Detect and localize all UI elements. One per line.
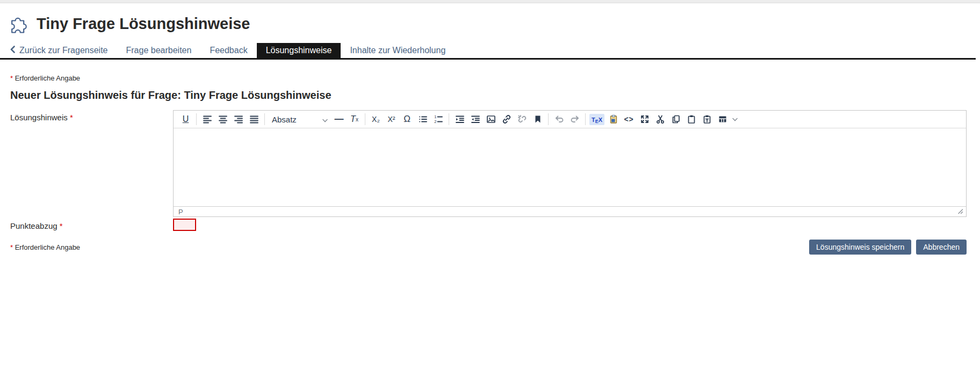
tab-inhalte-zur-wiederholung[interactable]: Inhalte zur Wiederholung	[341, 43, 455, 58]
tex-chip: TEX	[589, 114, 604, 125]
form-heading: Neuer Lösungshinweis für Frage: Tiny Fra…	[10, 89, 967, 102]
align-left-button[interactable]	[199, 112, 215, 126]
underline-glyph: U	[183, 114, 189, 124]
toolbar-separator	[196, 113, 197, 125]
cancel-button[interactable]: Abbrechen	[916, 240, 967, 255]
superscript-button[interactable]: X²	[384, 112, 399, 126]
special-character-button[interactable]: Ω	[399, 112, 415, 126]
toolbar-separator	[585, 113, 586, 125]
page-header: Tiny Frage Lösungshinweise	[0, 3, 980, 41]
superscript-glyph: X²	[388, 115, 395, 124]
align-justify-button[interactable]	[246, 112, 262, 126]
tab-label: Inhalte zur Wiederholung	[350, 46, 445, 55]
copy-button[interactable]	[668, 112, 683, 126]
horizontal-rule-button[interactable]: —	[331, 112, 347, 126]
svg-text:2: 2	[434, 119, 436, 124]
element-path[interactable]: P	[178, 208, 183, 216]
insert-image-button[interactable]	[483, 112, 499, 126]
puzzle-icon	[7, 12, 31, 35]
code-glyph: <>	[624, 115, 633, 124]
paste-button[interactable]	[683, 112, 699, 126]
align-center-button[interactable]	[215, 112, 230, 126]
resize-handle-icon[interactable]	[957, 207, 963, 216]
clear-formatting-button[interactable]: Tx	[347, 112, 362, 126]
subscript-button[interactable]: X₂	[368, 112, 384, 126]
points-label-text: Punkteabzug	[10, 221, 57, 230]
outdent-button[interactable]	[467, 112, 483, 126]
clear-x-glyph: x	[356, 117, 358, 122]
action-buttons: Lösungshinweis speichern Abbrechen	[809, 240, 967, 255]
tex-button[interactable]: TEX	[588, 112, 606, 126]
required-asterisk: *	[10, 243, 13, 251]
back-to-question-page-link[interactable]: Zurück zur Fragenseite	[10, 43, 117, 58]
tab-feedback[interactable]: Feedback	[200, 43, 256, 58]
paste-as-text-button[interactable]	[699, 112, 715, 126]
required-asterisk: *	[10, 74, 13, 82]
undo-button[interactable]	[551, 112, 567, 126]
table-button[interactable]	[715, 112, 730, 126]
hint-field-row: Lösungshinweis * U	[10, 110, 967, 217]
hint-field-label: Lösungshinweis *	[10, 110, 173, 122]
editor-toolbar: U Absatz	[174, 111, 966, 128]
numbered-list-button[interactable]: 1 2	[430, 112, 446, 126]
points-field-row: Punkteabzug *	[10, 219, 967, 231]
points-field-label: Punkteabzug *	[10, 219, 173, 230]
save-hint-button[interactable]: Lösungshinweis speichern	[809, 240, 911, 255]
remove-link-button[interactable]	[514, 112, 530, 126]
paragraph-format-select[interactable]: Absatz	[268, 112, 331, 126]
paste-from-word-button[interactable]	[606, 112, 621, 126]
page-title: Tiny Frage Lösungshinweise	[37, 15, 250, 33]
tab-label: Frage bearbeiten	[126, 46, 192, 55]
required-asterisk: *	[70, 113, 73, 122]
back-link-label: Zurück zur Fragenseite	[19, 46, 108, 55]
chevron-down-icon	[322, 115, 328, 124]
chevron-down-icon	[732, 118, 738, 121]
anchor-button[interactable]	[530, 112, 545, 126]
insert-link-button[interactable]	[499, 112, 514, 126]
bullet-list-button[interactable]	[415, 112, 430, 126]
tab-loesungshinweise[interactable]: Lösungshinweise	[257, 43, 341, 58]
required-text: Erforderliche Angabe	[15, 74, 80, 82]
toolbar-separator	[548, 113, 549, 125]
subscript-glyph: X₂	[372, 115, 380, 124]
redo-button[interactable]	[567, 112, 582, 126]
tab-label: Lösungshinweise	[266, 46, 332, 55]
required-note-top: * Erforderliche Angabe	[10, 74, 967, 82]
main-content: * Erforderliche Angabe Neuer Lösungshinw…	[0, 74, 980, 255]
tab-label: Feedback	[210, 46, 247, 55]
hr-glyph: —	[335, 114, 343, 125]
align-right-button[interactable]	[230, 112, 246, 126]
tab-frage-bearbeiten[interactable]: Frage bearbeiten	[117, 43, 201, 58]
toolbar-separator	[449, 113, 449, 125]
indent-button[interactable]	[452, 112, 467, 126]
required-asterisk: *	[60, 221, 63, 230]
rich-text-editor: U Absatz	[173, 110, 967, 217]
cut-button[interactable]	[652, 112, 668, 126]
omega-glyph: Ω	[403, 114, 410, 125]
source-code-button[interactable]: <>	[621, 112, 637, 126]
paragraph-format-value: Absatz	[272, 115, 297, 124]
underline-button[interactable]: U	[178, 112, 193, 126]
fullscreen-button[interactable]	[637, 112, 652, 126]
form-footer: * Erforderliche Angabe Lösungshinweis sp…	[10, 240, 967, 255]
points-deduction-input[interactable]	[173, 219, 196, 231]
table-menu-chevron[interactable]	[730, 112, 740, 126]
required-note-bottom: * Erforderliche Angabe	[10, 243, 80, 251]
chevron-left-icon	[10, 46, 15, 55]
tab-bar: Zurück zur Fragenseite Frage bearbeiten …	[0, 43, 976, 60]
toolbar-separator	[264, 113, 265, 125]
hint-label-text: Lösungshinweis	[10, 113, 68, 122]
required-text: Erforderliche Angabe	[15, 243, 80, 251]
editor-statusbar: P	[174, 206, 966, 216]
toolbar-separator	[365, 113, 365, 125]
svg-text:1: 1	[434, 114, 436, 119]
clear-t-glyph: T	[350, 114, 356, 124]
editor-content-area[interactable]	[174, 128, 966, 206]
